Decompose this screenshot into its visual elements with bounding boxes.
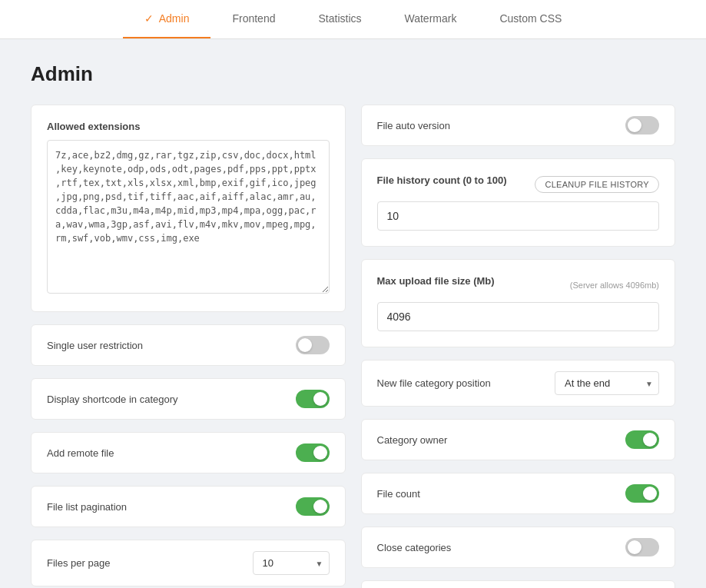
left-column: Allowed extensions Single user restricti… bbox=[31, 105, 346, 588]
allowed-extensions-card: Allowed extensions bbox=[31, 105, 346, 312]
main-columns: Allowed extensions Single user restricti… bbox=[31, 105, 675, 588]
file-count-toggle[interactable] bbox=[625, 484, 659, 503]
file-auto-version-slider bbox=[625, 116, 659, 135]
add-remote-file-row: Add remote file bbox=[31, 432, 346, 473]
single-user-slider bbox=[296, 336, 330, 354]
file-count-slider bbox=[625, 484, 659, 503]
file-auto-version-row: File auto version bbox=[361, 105, 676, 146]
file-history-input[interactable] bbox=[377, 201, 660, 231]
tab-custom-css[interactable]: Custom CSS bbox=[478, 0, 583, 38]
close-categories-row: Close categories bbox=[361, 527, 676, 568]
close-categories-label: Close categories bbox=[377, 542, 452, 553]
file-list-pagination-toggle[interactable] bbox=[296, 497, 330, 516]
cleanup-file-history-button[interactable]: CLEANUP FILE HISTORY bbox=[535, 176, 659, 193]
files-per-page-dropdown-wrapper: 5 10 25 50 100 ▼ bbox=[253, 551, 330, 575]
check-icon: ✓ bbox=[144, 12, 154, 25]
display-shortcode-toggle[interactable] bbox=[296, 390, 330, 408]
file-list-pagination-row: File list pagination bbox=[31, 486, 346, 527]
new-file-category-label: New file category position bbox=[377, 377, 491, 389]
category-owner-label: Category owner bbox=[377, 434, 448, 446]
files-per-page-select[interactable]: 5 10 25 50 100 bbox=[253, 551, 330, 575]
file-count-row: File count bbox=[361, 473, 676, 514]
file-history-label: File history count (0 to 100) bbox=[377, 174, 507, 186]
max-upload-header: Max upload file size (Mb) (Server allows… bbox=[377, 275, 660, 294]
single-user-label: Single user restriction bbox=[47, 340, 143, 351]
use-wysiwyg-row: Use WYSIWYG editor bbox=[361, 580, 676, 588]
allowed-extensions-label: Allowed extensions bbox=[47, 121, 330, 132]
tab-statistics[interactable]: Statistics bbox=[297, 0, 383, 38]
new-file-category-dropdown-wrapper: At the end At the beginning ▼ bbox=[555, 371, 659, 395]
single-user-restriction-row: Single user restriction bbox=[31, 324, 346, 366]
file-auto-version-toggle[interactable] bbox=[625, 116, 659, 135]
new-file-category-select[interactable]: At the end At the beginning bbox=[555, 371, 659, 395]
page-content: Admin Allowed extensions Single user res… bbox=[0, 39, 706, 588]
add-remote-file-label: Add remote file bbox=[47, 447, 114, 459]
tab-admin[interactable]: ✓ Admin bbox=[123, 0, 211, 38]
server-note: (Server allows 4096mb) bbox=[570, 281, 659, 290]
single-user-toggle[interactable] bbox=[296, 336, 330, 354]
new-file-category-position-row: New file category position At the end At… bbox=[361, 360, 676, 407]
allowed-extensions-textarea[interactable] bbox=[47, 140, 330, 294]
files-per-page-label: Files per page bbox=[47, 557, 110, 569]
file-list-pagination-slider bbox=[296, 497, 330, 516]
category-owner-row: Category owner bbox=[361, 419, 676, 460]
file-history-header: File history count (0 to 100) CLEANUP FI… bbox=[377, 174, 660, 194]
right-column: File auto version File history count (0 … bbox=[361, 105, 676, 588]
files-per-page-row: Files per page 5 10 25 50 100 ▼ bbox=[31, 540, 346, 586]
page-title: Admin bbox=[31, 62, 675, 86]
max-upload-card: Max upload file size (Mb) (Server allows… bbox=[361, 259, 676, 347]
category-owner-toggle[interactable] bbox=[625, 430, 659, 449]
add-remote-file-slider bbox=[296, 443, 330, 462]
category-owner-slider bbox=[625, 430, 659, 449]
add-remote-file-toggle[interactable] bbox=[296, 443, 330, 462]
max-upload-label: Max upload file size (Mb) bbox=[377, 275, 495, 287]
close-categories-slider bbox=[625, 538, 659, 556]
max-upload-input[interactable] bbox=[377, 302, 660, 331]
display-shortcode-row: Display shortcode in category bbox=[31, 378, 346, 420]
display-shortcode-slider bbox=[296, 390, 330, 408]
file-auto-version-label: File auto version bbox=[377, 120, 450, 131]
tab-frontend[interactable]: Frontend bbox=[210, 0, 297, 38]
file-history-card: File history count (0 to 100) CLEANUP FI… bbox=[361, 158, 676, 247]
display-shortcode-label: Display shortcode in category bbox=[47, 394, 178, 405]
top-nav: ✓ Admin Frontend Statistics Watermark Cu… bbox=[0, 0, 706, 39]
tab-watermark[interactable]: Watermark bbox=[383, 0, 479, 38]
file-list-pagination-label: File list pagination bbox=[47, 501, 127, 513]
file-count-label: File count bbox=[377, 488, 420, 500]
close-categories-toggle[interactable] bbox=[625, 538, 659, 556]
